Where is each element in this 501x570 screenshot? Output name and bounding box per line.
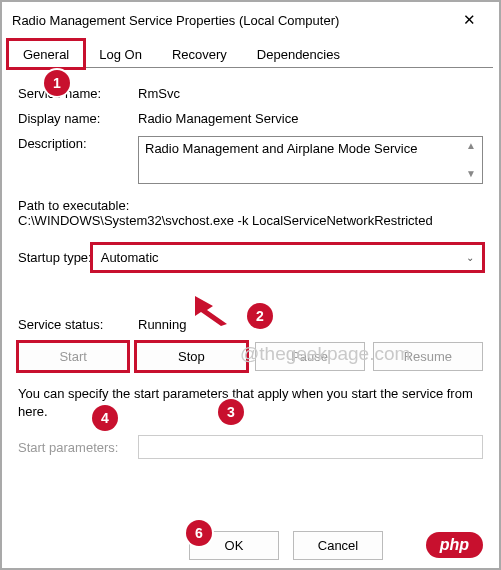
tab-general[interactable]: General [8,40,84,68]
path-block: Path to executable: C:\WINDOWS\System32\… [18,198,483,228]
display-name-label: Display name: [18,111,138,126]
startup-type-select[interactable]: Automatic ⌄ [92,244,483,271]
close-icon[interactable]: ✕ [449,11,489,29]
description-text: Radio Management and Airplane Mode Servi… [145,141,417,179]
service-control-buttons: Start Stop Pause Resume [18,342,483,371]
tab-dependencies[interactable]: Dependencies [242,40,355,68]
php-badge: php [426,532,483,558]
service-status-value: Running [138,317,483,332]
cancel-button[interactable]: Cancel [293,531,383,560]
service-status-label: Service status: [18,317,138,332]
annotation-badge-2: 2 [247,303,273,329]
stop-button[interactable]: Stop [136,342,246,371]
start-params-input[interactable] [138,435,483,459]
tab-recovery[interactable]: Recovery [157,40,242,68]
startup-type-row: Startup type: Automatic ⌄ [18,244,483,271]
start-params-label: Start parameters: [18,440,138,455]
startup-type-value: Automatic [101,250,159,265]
chevron-down-icon[interactable]: ▼ [466,169,476,179]
tab-strip: General Log On Recovery Dependencies [0,40,501,68]
annotation-badge-1: 1 [44,70,70,96]
start-params-row: Start parameters: [18,435,483,459]
description-label: Description: [18,136,138,151]
description-row: Description: Radio Management and Airpla… [18,136,483,184]
description-box[interactable]: Radio Management and Airplane Mode Servi… [138,136,483,184]
tab-panel-general: Service name: RmSvc Display name: Radio … [8,67,493,467]
path-label: Path to executable: [18,198,483,213]
tab-logon[interactable]: Log On [84,40,157,68]
titlebar: Radio Management Service Properties (Loc… [0,0,501,34]
chevron-down-icon: ⌄ [466,252,474,263]
startup-type-label: Startup type: [18,250,92,265]
start-button[interactable]: Start [18,342,128,371]
annotation-badge-6: 6 [186,520,212,546]
service-name-label: Service name: [18,86,138,101]
window-title: Radio Management Service Properties (Loc… [12,13,339,28]
service-name-value: RmSvc [138,86,483,101]
chevron-up-icon[interactable]: ▲ [466,141,476,151]
resume-button[interactable]: Resume [373,342,483,371]
description-scroll: ▲ ▼ [466,141,476,179]
display-name-value: Radio Management Service [138,111,483,126]
path-value: C:\WINDOWS\System32\svchost.exe -k Local… [18,213,483,228]
service-name-row: Service name: RmSvc [18,86,483,101]
annotation-badge-3: 3 [218,399,244,425]
display-name-row: Display name: Radio Management Service [18,111,483,126]
pause-button[interactable]: Pause [255,342,365,371]
annotation-badge-4: 4 [92,405,118,431]
start-params-hint: You can specify the start parameters tha… [18,385,483,421]
